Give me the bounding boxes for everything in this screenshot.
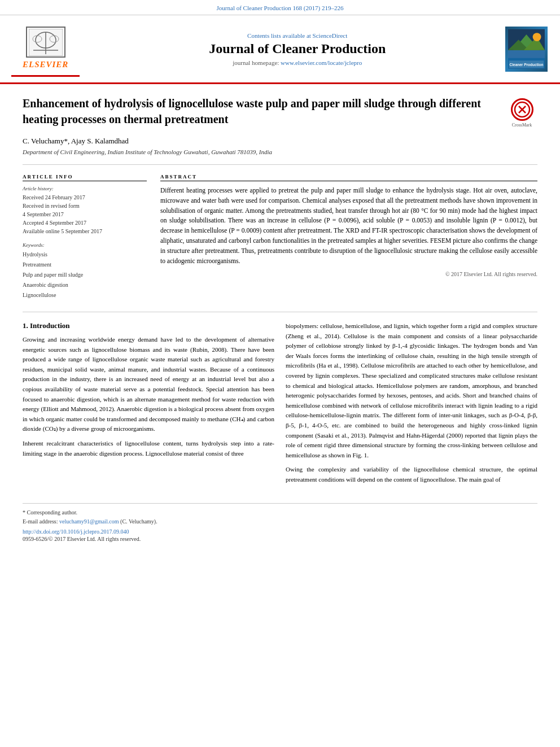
doi-line: http://dx.doi.org/10.1016/j.jclepro.2017… bbox=[23, 528, 537, 535]
email-suffix: (C. Veluchamy). bbox=[120, 518, 158, 525]
sciencedirect-line: Contents lists available at ScienceDirec… bbox=[91, 32, 504, 39]
journal-header: ELSEVIER Contents lists available at Sci… bbox=[0, 15, 560, 84]
affiliation: Department of Civil Engineering, Indian … bbox=[23, 148, 537, 155]
article-info-panel: Article Info Article history: Received 2… bbox=[23, 174, 147, 300]
keyword-3: Pulp and paper mill sludge bbox=[23, 270, 147, 280]
article-body: Enhancement of hydrolysis of lignocellul… bbox=[0, 84, 560, 559]
divider-1 bbox=[23, 164, 537, 165]
keyword-4: Anaerobic digestion bbox=[23, 280, 147, 290]
svg-text:Cleaner Production: Cleaner Production bbox=[509, 63, 543, 67]
revised-date: 4 September 2017 bbox=[23, 210, 147, 219]
homepage-prefix: journal homepage: bbox=[233, 59, 279, 66]
right-paragraph-2: Owing the complexity and variability of … bbox=[286, 465, 537, 484]
issn-line: 0959-6526/© 2017 Elsevier Ltd. All right… bbox=[23, 536, 537, 542]
elsevier-icon bbox=[26, 27, 65, 58]
footer-section: * Corresponding author. E-mail address: … bbox=[23, 503, 537, 542]
journal-center: Contents lists available at ScienceDirec… bbox=[91, 32, 504, 66]
journal-title: Journal of Cleaner Production bbox=[91, 41, 504, 56]
intro-paragraph-2: Inherent recalcitrant characteristics of… bbox=[23, 439, 274, 458]
email-label: E-mail address: bbox=[23, 518, 58, 525]
crossmark-label: CrossMark bbox=[512, 123, 532, 128]
crossmark-section: CrossMark bbox=[506, 95, 537, 128]
copyright-line: © 2017 Elsevier Ltd. All rights reserved… bbox=[160, 271, 537, 277]
keywords-list: Hydrolysis Pretreatment Pulp and paper m… bbox=[23, 250, 147, 300]
journal-logo: Cleaner Production bbox=[504, 27, 549, 72]
elsevier-text: ELSEVIER bbox=[23, 60, 68, 69]
corresponding-label: * Corresponding author. bbox=[23, 509, 77, 516]
article-title: Enhancement of hydrolysis of lignocellul… bbox=[23, 95, 506, 127]
available-date: Available online 5 September 2017 bbox=[23, 227, 147, 235]
sciencedirect-link[interactable]: ScienceDirect bbox=[313, 32, 348, 39]
abstract-text: Different heating processes were applied… bbox=[160, 186, 537, 267]
title-section: Enhancement of hydrolysis of lignocellul… bbox=[23, 95, 537, 128]
intro-paragraph-1: Growing and increasing worldwide energy … bbox=[23, 335, 274, 434]
homepage-link[interactable]: www.elsevier.com/locate/jclepro bbox=[281, 59, 362, 66]
right-column: biopolymers: cellulose, hemicellulose, a… bbox=[286, 321, 537, 490]
abstract-heading: Abstract bbox=[160, 174, 537, 181]
info-abstract-section: Article Info Article history: Received 2… bbox=[23, 174, 537, 300]
history-label: Article history: bbox=[23, 186, 147, 191]
journal-citation-link[interactable]: Journal of Cleaner Production 168 (2017)… bbox=[217, 5, 344, 11]
left-column: 1. Introduction Growing and increasing w… bbox=[23, 321, 274, 490]
svg-point-11 bbox=[532, 33, 541, 41]
journal-homepage: journal homepage: www.elsevier.com/locat… bbox=[91, 59, 504, 66]
introduction-heading: 1. Introduction bbox=[23, 321, 274, 330]
keyword-2: Pretreatment bbox=[23, 260, 147, 270]
top-bar: Journal of Cleaner Production 168 (2017)… bbox=[0, 0, 560, 15]
main-content: 1. Introduction Growing and increasing w… bbox=[23, 321, 537, 490]
elsevier-logo-section: ELSEVIER bbox=[11, 21, 80, 77]
sciencedirect-prefix: Contents lists available at bbox=[247, 32, 311, 39]
footnote-email: E-mail address: veluchamy91@gmail.com (C… bbox=[23, 517, 537, 526]
journal-logo-box: Cleaner Production bbox=[505, 27, 548, 72]
revised-label: Received in revised form bbox=[23, 202, 147, 210]
authors: C. Veluchamy*, Ajay S. Kalamdhad bbox=[23, 137, 537, 146]
received-date: Received 24 February 2017 bbox=[23, 193, 147, 202]
crossmark-badge bbox=[511, 98, 533, 121]
email-link[interactable]: veluchamy91@gmail.com bbox=[59, 518, 119, 525]
footnote-corresponding: * Corresponding author. bbox=[23, 508, 537, 517]
author-names: C. Veluchamy*, Ajay S. Kalamdhad bbox=[23, 137, 129, 145]
right-paragraph-1: biopolymers: cellulose, hemicellulose, a… bbox=[286, 321, 537, 460]
keyword-1: Hydrolysis bbox=[23, 250, 147, 260]
article-info-heading: Article Info bbox=[23, 174, 147, 181]
keywords-label: Keywords: bbox=[23, 242, 147, 248]
abstract-section: Abstract Different heating processes wer… bbox=[160, 174, 537, 300]
section-number: 1. Introduction bbox=[23, 321, 70, 330]
accepted-date: Accepted 4 September 2017 bbox=[23, 219, 147, 227]
divider-2 bbox=[23, 312, 537, 312]
keyword-5: Lignocellulose bbox=[23, 290, 147, 300]
doi-link[interactable]: http://dx.doi.org/10.1016/j.jclepro.2017… bbox=[23, 528, 129, 535]
